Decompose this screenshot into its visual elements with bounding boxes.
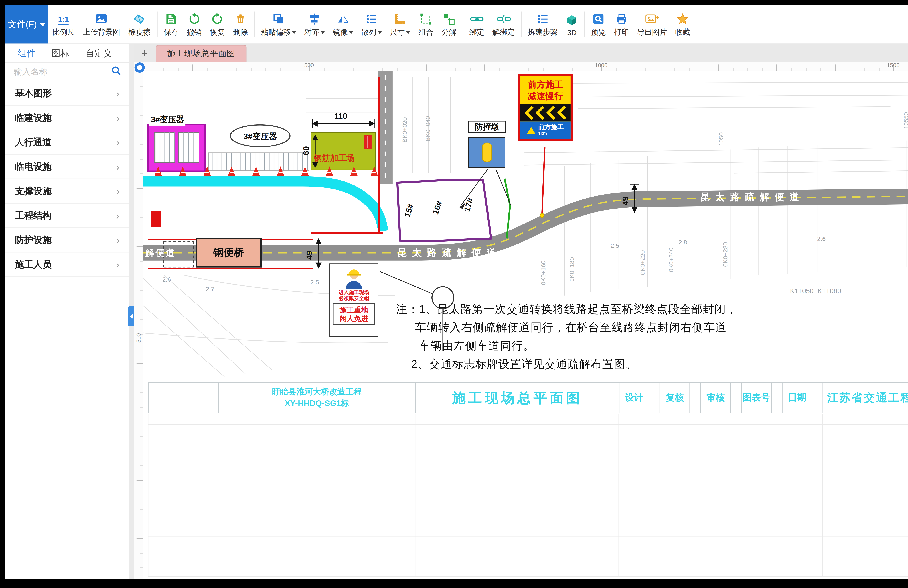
sidebar-item-protective-facilities[interactable]: 防护设施	[5, 228, 129, 252]
steel-bridge[interactable]: 钢便桥	[196, 238, 261, 268]
plan-notes: 注：1、昆太路第一次交通转换将线路起点至桥梁终点段全部封闭， 车辆转入右侧疏解便…	[396, 300, 737, 373]
dimension-110: 110	[334, 111, 347, 120]
road-name-label[interactable]: 昆 太 路 疏 解 便 道	[700, 191, 800, 204]
sidebar-tab-custom[interactable]: 自定义	[85, 47, 112, 59]
collapse-sidebar-handle[interactable]	[128, 306, 134, 326]
toolbar-button-dimension[interactable]: 尺寸	[386, 5, 414, 43]
sidebar-search	[5, 63, 129, 82]
toolbar-button-unbind[interactable]: 解绑定	[488, 5, 519, 43]
new-tab-button[interactable]	[134, 45, 156, 62]
substation-row	[208, 153, 309, 170]
note-line: 2、交通标志标牌设置详见交通疏解布置图。	[396, 355, 737, 373]
spot-elevation: 2.6	[163, 276, 171, 283]
anti-collision-pier-label[interactable]: 防撞墩	[468, 121, 506, 133]
dimension-60: 60	[301, 146, 311, 155]
sidebar-item-engineering-structure[interactable]: 工程结构	[5, 204, 129, 228]
toolbar-button-redo[interactable]: 恢复	[206, 5, 229, 43]
dropdown-caret-icon	[378, 31, 382, 34]
search-icon[interactable]	[111, 66, 121, 78]
origin-icon[interactable]	[135, 63, 145, 72]
toolbar-button-scale-ruler[interactable]: 1:1 比例尺	[48, 5, 79, 43]
sidebar-tab-icons[interactable]: 图标	[52, 47, 69, 59]
worker-sign-line2: 必须戴安全帽	[339, 295, 369, 302]
title-block: 盱眙县淮河大桥改造工程 XY-HHDQ-SG1标 施工现场总平面图 设计 复核 …	[148, 382, 908, 413]
blue-sign-text: 前方施工	[538, 124, 564, 130]
station-label: 0K0+280	[722, 242, 729, 267]
worker-safety-sign[interactable]: 进入施工现场 必须戴安全帽 施工重地 闲人免进	[329, 263, 378, 337]
toolbar-button-favorite[interactable]: 收藏	[671, 5, 694, 43]
title-block-empty-cell	[690, 383, 701, 413]
title-block-empty-cell	[812, 383, 823, 413]
spot-elevation: 2.5	[611, 242, 619, 249]
green-boundary-line	[505, 178, 510, 238]
canvas-area: 施工现场总平面图 500 1000 1500 500	[134, 44, 908, 579]
toolbar-button-build-steps[interactable]: 拆建步骤	[524, 5, 562, 43]
warning-sign-line1: 前方施工	[520, 79, 571, 90]
range-note-label: K1+050~K1+080	[790, 287, 841, 294]
sidebar-item-basic-shapes[interactable]: 基本图形	[5, 82, 129, 106]
toolbar-button-ungroup[interactable]: 分解	[438, 5, 460, 43]
toolbar-separator	[254, 11, 255, 37]
printer-icon	[615, 11, 628, 25]
document-tab[interactable]: 施工现场总平面图	[156, 45, 246, 62]
toolbar-button-group[interactable]: 组合	[414, 5, 438, 43]
road-name-label[interactable]: 昆 太 路 疏 解 便 道	[397, 247, 497, 259]
trash-icon	[234, 11, 246, 25]
toolbar-button-print[interactable]: 打印	[610, 5, 633, 43]
toolbar-button-align[interactable]: 对齐	[300, 5, 329, 43]
toolbar-button-upload-background[interactable]: 上传背景图	[79, 5, 124, 43]
eraser-icon	[133, 11, 147, 25]
search-input[interactable]	[14, 67, 107, 77]
component-sidebar: 组件 图标 自定义 基本图形 临建设施 人行通道 临电设施 支撑设施 工程结构 …	[5, 44, 129, 579]
distribute-icon	[365, 11, 378, 25]
toolbar-button-distribute[interactable]: 散列	[357, 5, 386, 43]
link-icon	[470, 11, 484, 25]
construction-warning-sign[interactable]: 前方施工 减速慢行 前方施工 1km	[518, 74, 573, 141]
spot-elevation: 2.5	[310, 279, 319, 286]
toolbar-button-3d[interactable]: 3D	[562, 5, 582, 43]
export-image-icon	[645, 11, 659, 25]
title-block-drawing-title: 施工现场总平面图	[416, 383, 620, 413]
file-menu-button[interactable]: 文件(F)	[5, 5, 48, 43]
ruler-label: 1000	[595, 62, 608, 68]
drawing-canvas[interactable]: 3#变压器 3#变压器 钢筋加工场 110 60 49 49 15# 16# 1…	[143, 71, 908, 579]
sidebar-tab-components[interactable]: 组件	[18, 47, 35, 59]
station-label: 0K0+220	[639, 250, 646, 275]
sidebar-item-temporary-electrical[interactable]: 临电设施	[5, 155, 129, 179]
file-menu-label: 文件(F)	[8, 18, 37, 31]
anti-collision-pier-symbol[interactable]	[468, 137, 506, 168]
rebar-yard-label[interactable]: 钢筋加工场	[314, 153, 354, 164]
toolbar-button-eraser[interactable]: 橡皮擦	[124, 5, 155, 43]
toolbar-button-undo[interactable]: 撤销	[183, 5, 206, 43]
paste-offset-icon	[272, 11, 285, 25]
toolbar-button-bind[interactable]: 绑定	[465, 5, 488, 43]
spot-elevation: 2.8	[679, 239, 687, 246]
mirror-icon	[337, 11, 349, 25]
title-block-empty-cell	[149, 383, 219, 413]
sidebar-item-support-facilities[interactable]: 支撑设施	[5, 179, 129, 204]
toolbar-button-mirror[interactable]: 镜像	[329, 5, 357, 43]
toolbar-button-preview[interactable]: 预览	[587, 5, 610, 43]
chevron-left-icon	[129, 313, 133, 319]
worker-icon	[341, 266, 366, 289]
sidebar-item-construction-workers[interactable]: 施工人员	[5, 252, 129, 277]
pole-base-marker	[540, 214, 544, 217]
toolbar-button-export-image[interactable]: 导出图片	[633, 5, 671, 43]
transformer-ellipse-label[interactable]: 3#变压器	[230, 131, 290, 143]
transformer-label[interactable]: 3#变压器	[150, 114, 186, 125]
ungroup-icon	[443, 11, 455, 25]
toolbar-button-delete[interactable]: 删除	[229, 5, 252, 43]
worker-sign-line4: 闲人免进	[333, 314, 374, 323]
spot-elevation: 2.7	[206, 286, 214, 292]
horizontal-ruler: 500 1000 1500	[143, 62, 908, 71]
title-block-empty-cell	[649, 383, 660, 413]
toolbar-button-paste-offset[interactable]: 粘贴偏移	[257, 5, 300, 43]
steps-list-icon	[537, 11, 549, 25]
title-block-project-cell: 盱眙县淮河大桥改造工程 XY-HHDQ-SG1标	[219, 383, 416, 413]
transformer-compound	[148, 124, 205, 171]
ruler-corner	[134, 62, 143, 71]
toolbar-button-save[interactable]: 保存	[159, 5, 183, 43]
sidebar-item-temporary-facilities[interactable]: 临建设施	[5, 106, 129, 130]
sidebar-item-pedestrian-passage[interactable]: 人行通道	[5, 130, 129, 155]
station-label: 0K0+180	[568, 257, 575, 282]
